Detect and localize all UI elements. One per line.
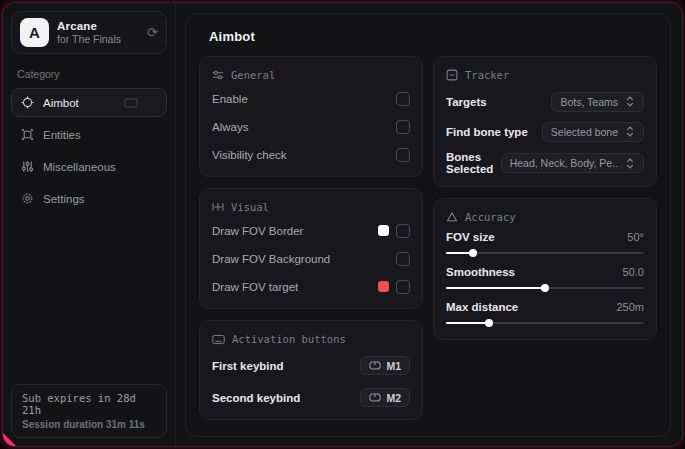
accuracy-card-header: Accuracy — [446, 211, 644, 223]
fov-border-color-swatch[interactable] — [378, 225, 389, 236]
gear-icon — [21, 192, 34, 205]
sidebar: A Arcane for The Finals ⟳ Category Aimbo… — [3, 3, 176, 446]
visibility-check-checkbox[interactable] — [396, 148, 410, 162]
visual-card: Visual Draw FOV Border Draw FOV Backgrou… — [199, 188, 423, 309]
keybind-value: M2 — [386, 392, 401, 404]
activation-card: Activation buttons First keybind M1 Seco… — [199, 320, 423, 420]
setting-label: Smoothness — [446, 266, 515, 278]
fov-size-slider[interactable] — [446, 252, 644, 254]
fov-border-checkbox[interactable] — [396, 224, 410, 238]
app-subtitle: for The Finals — [57, 33, 139, 45]
card-title-label: Visual — [231, 201, 269, 213]
setting-row: Always — [212, 116, 410, 137]
session-duration-text: Session duration 31m 11s — [22, 419, 156, 430]
setting-row: First keybind M1 — [212, 355, 410, 376]
card-title-label: Tracker — [465, 69, 509, 81]
smoothness-slider[interactable] — [446, 287, 644, 289]
crosshair-icon — [21, 96, 34, 109]
setting-label: First keybind — [212, 360, 284, 372]
unfold-icon — [625, 96, 635, 107]
unfold-icon — [625, 158, 635, 169]
bones-selected-dropdown[interactable]: Head, Neck, Body, Pe.. — [501, 153, 644, 173]
sidebar-item-settings[interactable]: Settings — [11, 184, 167, 213]
tracker-icon — [446, 69, 458, 81]
slider-fill — [446, 287, 545, 289]
first-keybind-button[interactable]: M1 — [360, 356, 410, 375]
max-distance-setting: Max distance 250m — [446, 301, 644, 324]
setting-row: Visibility check — [212, 144, 410, 165]
second-keybind-button[interactable]: M2 — [360, 388, 410, 407]
slider-value: 50° — [627, 231, 644, 243]
sub-expiry-text: Sub expires in 28d 21h — [22, 392, 156, 416]
tracker-card-header: Tracker — [446, 69, 644, 81]
visual-card-header: Visual — [212, 201, 410, 213]
unfold-icon — [625, 126, 635, 137]
setting-label: Targets — [446, 96, 487, 108]
app-meta: Arcane for The Finals — [57, 20, 139, 45]
setting-label: Draw FOV target — [212, 281, 298, 293]
accuracy-card: Accuracy FOV size 50° — [433, 198, 657, 340]
slider-thumb[interactable] — [469, 249, 477, 257]
setting-row: Draw FOV target — [212, 276, 410, 297]
fov-target-icon — [212, 201, 224, 213]
targets-dropdown[interactable]: Bots, Teams — [551, 92, 644, 112]
page-title: Aimbot — [209, 29, 657, 44]
setting-label: Enable — [212, 93, 248, 105]
always-checkbox[interactable] — [396, 120, 410, 134]
category-label: Category — [17, 68, 167, 80]
fov-size-setting: FOV size 50° — [446, 231, 644, 254]
subscription-info: Sub expires in 28d 21h Session duration … — [11, 384, 167, 438]
accuracy-icon — [446, 211, 458, 223]
vertical-sliders-icon — [21, 160, 34, 173]
fov-background-checkbox[interactable] — [396, 252, 410, 266]
app-name: Arcane — [57, 20, 139, 32]
setting-label: Bones Selected — [446, 151, 501, 175]
setting-label: Always — [212, 121, 248, 133]
main-panel: Aimbot General Enable Always — [185, 13, 671, 437]
find-bone-type-dropdown[interactable]: Selected bone — [542, 122, 644, 142]
sync-icon[interactable]: ⟳ — [147, 26, 158, 39]
setting-label: Find bone type — [446, 126, 528, 138]
slider-value: 250m — [616, 301, 644, 313]
setting-label: Second keybind — [212, 392, 300, 404]
sidebar-item-aimbot[interactable]: Aimbot — [11, 88, 167, 117]
setting-row: Find bone type Selected bone — [446, 121, 644, 142]
tracker-card: Tracker Targets Bots, Teams Find bone ty… — [433, 56, 657, 187]
app-header: A Arcane for The Finals ⟳ — [11, 11, 167, 54]
sidebar-item-miscellaneous[interactable]: Miscellaneous — [11, 152, 167, 181]
setting-row: Second keybind M2 — [212, 387, 410, 408]
card-title-label: General — [231, 69, 275, 81]
max-distance-slider[interactable] — [446, 322, 644, 324]
activation-card-header: Activation buttons — [212, 333, 410, 345]
slider-thumb[interactable] — [541, 284, 549, 292]
keyboard-icon — [212, 334, 225, 345]
slider-thumb[interactable] — [485, 319, 493, 327]
slider-value: 50.0 — [623, 266, 644, 278]
mouse-icon — [369, 361, 381, 370]
setting-row: Draw FOV Border — [212, 220, 410, 241]
fov-target-color-swatch[interactable] — [378, 281, 389, 292]
setting-row: Draw FOV Background — [212, 248, 410, 269]
sidebar-item-label: Entities — [43, 129, 81, 141]
slider-fill — [446, 322, 489, 324]
fov-target-checkbox[interactable] — [396, 280, 410, 294]
sliders-icon — [212, 69, 224, 81]
setting-row: Targets Bots, Teams — [446, 91, 644, 112]
app-window: A Arcane for The Finals ⟳ Category Aimbo… — [2, 2, 683, 447]
setting-row: Bones Selected Head, Neck, Body, Pe.. — [446, 151, 644, 175]
setting-label: FOV size — [446, 231, 495, 243]
enable-checkbox[interactable] — [396, 92, 410, 106]
keybind-value: M1 — [386, 360, 401, 372]
dropdown-value: Bots, Teams — [560, 96, 618, 108]
card-title-label: Accuracy — [465, 211, 516, 223]
general-card-header: General — [212, 69, 410, 81]
sidebar-item-entities[interactable]: Entities — [11, 120, 167, 149]
entities-icon — [21, 128, 34, 141]
setting-label: Draw FOV Background — [212, 253, 330, 265]
setting-label: Max distance — [446, 301, 518, 313]
general-card: General Enable Always Visibility check — [199, 56, 423, 177]
sidebar-item-label: Miscellaneous — [43, 161, 116, 173]
card-title-label: Activation buttons — [232, 333, 346, 345]
keybind-hint-icon — [124, 98, 138, 108]
setting-label: Draw FOV Border — [212, 225, 303, 237]
